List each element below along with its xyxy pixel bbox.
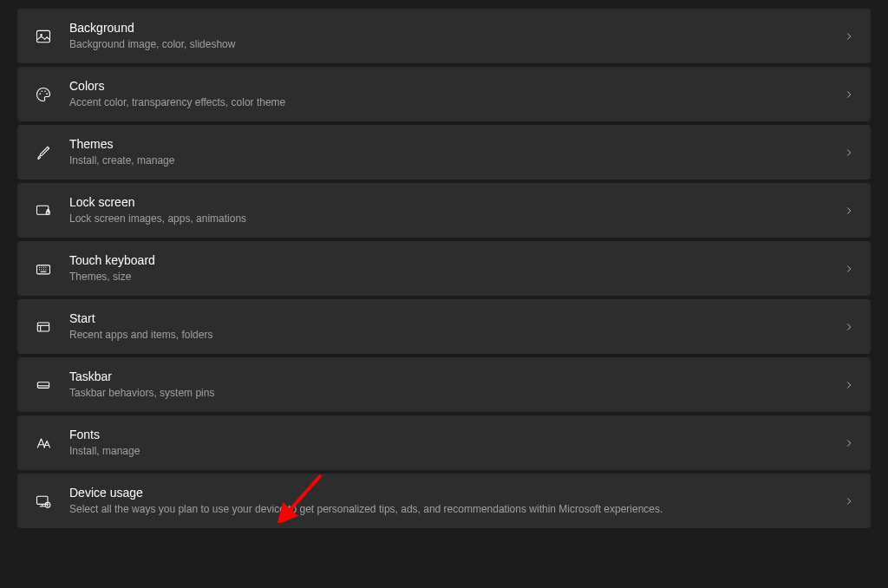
text-container: Themes Install, create, manage	[69, 136, 843, 167]
item-subtitle: Select all the ways you plan to use your…	[69, 502, 843, 517]
palette-icon	[33, 84, 54, 105]
image-icon	[33, 26, 54, 47]
svg-point-3	[42, 90, 43, 92]
lock-screen-icon	[33, 200, 54, 221]
item-subtitle: Taskbar behaviors, system pins	[69, 386, 843, 401]
item-title: Taskbar	[69, 369, 843, 386]
item-title: Start	[69, 310, 843, 328]
item-title: Touch keyboard	[69, 252, 843, 270]
device-usage-icon	[33, 491, 54, 512]
chevron-right-icon	[843, 88, 855, 101]
chevron-right-icon	[843, 263, 855, 275]
brush-icon	[33, 142, 54, 163]
text-container: Device usage Select all the ways you pla…	[69, 485, 843, 516]
text-container: Start Recent apps and items, folders	[69, 310, 843, 342]
svg-point-2	[39, 93, 41, 95]
svg-point-5	[46, 93, 48, 95]
chevron-right-icon	[843, 321, 855, 333]
settings-item-background[interactable]: Background Background image, color, slid…	[17, 9, 871, 63]
item-title: Device usage	[69, 485, 843, 502]
svg-rect-21	[37, 382, 49, 388]
start-icon	[33, 317, 54, 337]
settings-item-themes[interactable]: Themes Install, create, manage	[17, 125, 871, 180]
svg-point-1	[40, 34, 42, 36]
item-subtitle: Install, manage	[69, 444, 843, 459]
settings-item-taskbar[interactable]: Taskbar Taskbar behaviors, system pins	[17, 357, 871, 412]
svg-rect-0	[37, 30, 50, 42]
text-container: Lock screen Lock screen images, apps, an…	[69, 194, 843, 225]
chevron-right-icon	[843, 205, 855, 217]
taskbar-icon	[33, 375, 54, 395]
item-title: Colors	[69, 78, 843, 95]
item-subtitle: Install, create, manage	[69, 154, 843, 168]
item-subtitle: Lock screen images, apps, animations	[69, 212, 843, 226]
item-title: Lock screen	[69, 194, 843, 212]
chevron-right-icon	[843, 147, 855, 159]
chevron-right-icon	[843, 495, 855, 507]
settings-item-start[interactable]: Start Recent apps and items, folders	[17, 299, 871, 354]
item-title: Themes	[69, 136, 843, 154]
settings-item-device-usage[interactable]: Device usage Select all the ways you pla…	[17, 474, 871, 528]
text-container: Colors Accent color, transparency effect…	[69, 78, 843, 109]
settings-item-lock-screen[interactable]: Lock screen Lock screen images, apps, an…	[17, 183, 871, 238]
settings-item-fonts[interactable]: Fonts Install, manage	[17, 415, 871, 470]
item-title: Background	[69, 20, 843, 37]
text-container: Touch keyboard Themes, size	[69, 252, 843, 284]
text-container: Background Background image, color, slid…	[69, 20, 843, 51]
text-container: Fonts Install, manage	[69, 427, 843, 458]
fonts-icon	[33, 433, 54, 454]
item-subtitle: Accent color, transparency effects, colo…	[69, 95, 843, 110]
item-subtitle: Themes, size	[69, 270, 843, 284]
chevron-right-icon	[843, 437, 855, 449]
chevron-right-icon	[843, 379, 855, 391]
svg-rect-18	[37, 323, 49, 331]
chevron-right-icon	[843, 30, 855, 42]
item-title: Fonts	[69, 427, 843, 444]
item-subtitle: Recent apps and items, folders	[69, 328, 843, 343]
item-subtitle: Background image, color, slideshow	[69, 37, 843, 52]
text-container: Taskbar Taskbar behaviors, system pins	[69, 369, 843, 400]
svg-point-4	[44, 90, 46, 92]
keyboard-icon	[33, 258, 54, 279]
settings-item-colors[interactable]: Colors Accent color, transparency effect…	[17, 67, 871, 121]
settings-item-touch-keyboard[interactable]: Touch keyboard Themes, size	[17, 241, 871, 296]
